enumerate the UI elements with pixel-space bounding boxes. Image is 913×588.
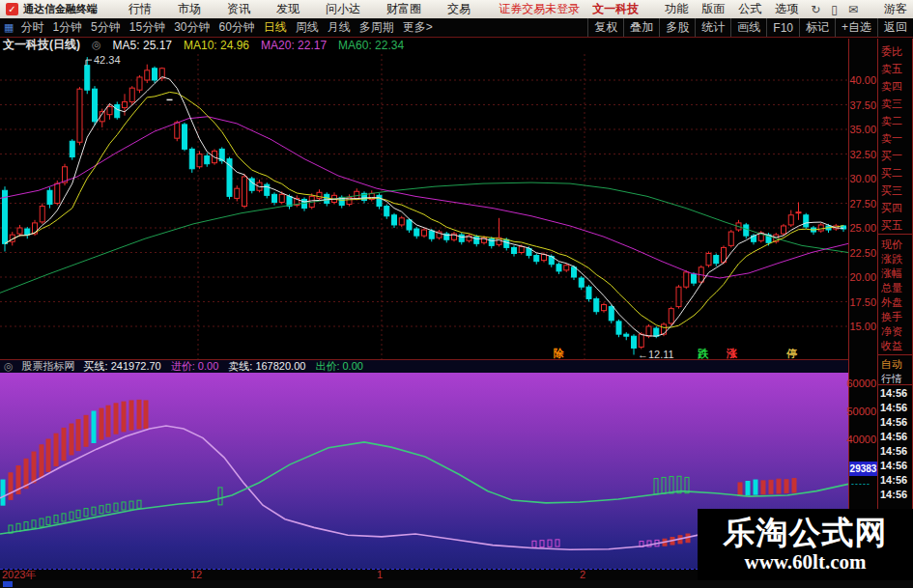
indicator-bar: [1, 480, 5, 505]
order-book-row-卖二[interactable]: 卖二: [878, 112, 912, 129]
grid-view-icon[interactable]: ▦: [4, 21, 14, 34]
info-row-总量[interactable]: 总量: [878, 281, 912, 295]
toolbar-button-画线[interactable]: 画线: [730, 18, 766, 37]
order-book-row-买四[interactable]: 买四: [878, 199, 912, 216]
indicator-bar: [129, 501, 133, 509]
menu-item-市场[interactable]: 市场: [178, 1, 201, 17]
menu-item-功能[interactable]: 功能: [665, 1, 688, 17]
period-tab-更多>[interactable]: 更多>: [403, 19, 433, 36]
menu-item-公式[interactable]: 公式: [738, 1, 761, 17]
order-book-row-卖五[interactable]: 卖五: [878, 60, 912, 77]
event-marker-涨: 涨: [726, 348, 738, 359]
menu-item-选项[interactable]: 选项: [775, 1, 798, 17]
status-chip: [3, 581, 13, 587]
candle-body: [586, 287, 591, 298]
period-tab-分时[interactable]: 分时: [20, 19, 43, 36]
titlebar-right: 证券交易未登录 文一科技 功能版面公式选项 ↻▯✉ 游客: [499, 1, 907, 17]
tick-trade-list[interactable]: 14:5614:5614:5614:5614:5614:5614:5614:56: [878, 386, 912, 502]
candle-body: [609, 307, 613, 321]
candle-body: [744, 225, 749, 236]
candle-body: [70, 141, 74, 156]
period-tab-60分钟[interactable]: 60分钟: [219, 19, 255, 36]
order-book-row-买三[interactable]: 买三: [878, 182, 912, 199]
order-book-row-卖三[interactable]: 卖三: [878, 95, 912, 112]
menu-item-版面[interactable]: 版面: [701, 1, 725, 17]
toolbar-button-+自选[interactable]: +自选: [835, 18, 877, 37]
user-label[interactable]: 游客: [884, 1, 907, 17]
candle-body: [422, 230, 427, 236]
indicator-header: ◎ 股票指标网 买线: 241972.70进价: 0.00卖线: 167820.…: [0, 359, 848, 373]
candlestick-chart[interactable]: 42.34←12.11除跌涨停: [0, 39, 848, 360]
period-tab-日线[interactable]: 日线: [264, 19, 287, 36]
indicator-bar: [54, 516, 58, 523]
order-book-row-买一[interactable]: 买一: [878, 147, 912, 164]
candle-body: [85, 66, 90, 91]
order-book-row-买五[interactable]: 买五: [878, 216, 912, 234]
main-menu: 行情市场资讯发现问小达财富圈交易: [128, 1, 471, 17]
chart-settings-icon[interactable]: ◎: [92, 39, 101, 51]
info-row-涨幅[interactable]: 涨幅: [878, 266, 912, 281]
period-tab-月线[interactable]: 月线: [328, 19, 351, 36]
price-tick: 27.50: [849, 198, 876, 210]
order-book-row-卖一[interactable]: 卖一: [878, 129, 912, 147]
indicator-bar: [106, 504, 110, 512]
refresh-icon[interactable]: ↻: [811, 3, 820, 16]
toolbar-button-叠加[interactable]: 叠加: [623, 18, 659, 37]
order-book-row-卖四[interactable]: 卖四: [878, 77, 912, 95]
order-book-row-买二[interactable]: 买二: [878, 164, 912, 182]
info-row-外盘[interactable]: 外盘: [878, 295, 912, 310]
right-menu: 功能版面公式选项: [665, 1, 798, 17]
info-row-换手[interactable]: 换手: [878, 310, 912, 324]
candle-body: [3, 190, 8, 243]
indicator-values: 买线: 241972.70进价: 0.00卖线: 167820.00出价: 0.…: [84, 359, 363, 374]
candle-body: [534, 256, 539, 262]
indicator-bar: [100, 408, 103, 439]
indicator-bar: [92, 411, 96, 442]
sidebar-divider: [878, 234, 912, 235]
menu-item-资讯[interactable]: 资讯: [227, 1, 250, 17]
menu-item-交易[interactable]: 交易: [447, 1, 471, 17]
login-status[interactable]: 证券交易未登录: [499, 1, 580, 17]
period-tab-15分钟[interactable]: 15分钟: [129, 19, 165, 36]
candle-body: [317, 192, 322, 198]
indicator-field-1: 进价: 0.00: [171, 359, 219, 374]
period-tab-1分钟[interactable]: 1分钟: [52, 19, 82, 36]
period-tab-5分钟[interactable]: 5分钟: [91, 19, 121, 36]
indicator-bar: [769, 480, 773, 493]
period-tab-周线[interactable]: 周线: [296, 19, 319, 36]
candlestick-svg: 42.34←12.11除跌涨停: [0, 39, 848, 360]
indicator-bar: [738, 483, 742, 495]
toolbar-button-统计[interactable]: 统计: [695, 18, 730, 37]
toolbar-button-复权[interactable]: 复权: [587, 18, 623, 37]
candle-body: [632, 336, 637, 348]
ma-label-2: MA20: 22.17: [261, 39, 327, 52]
auto-label[interactable]: 自动: [878, 357, 912, 372]
indicator-bar: [137, 400, 141, 429]
info-row-涨跌[interactable]: 涨跌: [878, 252, 912, 266]
ma-legend: MA5: 25.17MA10: 24.96MA20: 22.17MA60: 22…: [113, 39, 405, 52]
toolbar-button-多股[interactable]: 多股: [659, 18, 695, 37]
toolbar-button-F10[interactable]: F10: [766, 18, 799, 37]
period-tab-30分钟[interactable]: 30分钟: [174, 19, 210, 36]
period-tab-多周期[interactable]: 多周期: [359, 19, 394, 36]
menu-item-问小达[interactable]: 问小达: [326, 1, 360, 17]
toolbar-button-返回[interactable]: 返回: [877, 18, 913, 37]
tick-time-1: 14:56: [878, 401, 912, 415]
info-row-现价[interactable]: 现价: [878, 238, 912, 252]
phone-icon[interactable]: ▯: [831, 3, 838, 16]
info-row-收益[interactable]: 收益: [878, 339, 912, 353]
stock-info-list: 现价涨跌涨幅总量外盘换手净资收益: [878, 238, 912, 353]
indicator-bar: [76, 420, 80, 451]
menu-item-财富圈[interactable]: 财富圈: [386, 1, 421, 17]
indicator-settings-icon[interactable]: ◎: [4, 360, 14, 373]
candle-body: [646, 326, 651, 336]
indicator-field-0: 买线: 241972.70: [84, 359, 161, 374]
order-book-row-委比[interactable]: 委比: [878, 42, 912, 60]
menu-item-发现[interactable]: 发现: [276, 1, 300, 17]
menu-item-行情[interactable]: 行情: [128, 1, 152, 17]
mail-icon[interactable]: ✉: [848, 3, 858, 16]
candle-body: [279, 194, 284, 202]
info-row-净资[interactable]: 净资: [878, 324, 912, 339]
indicator-bar: [106, 406, 110, 436]
toolbar-button-标记[interactable]: 标记: [799, 18, 835, 37]
